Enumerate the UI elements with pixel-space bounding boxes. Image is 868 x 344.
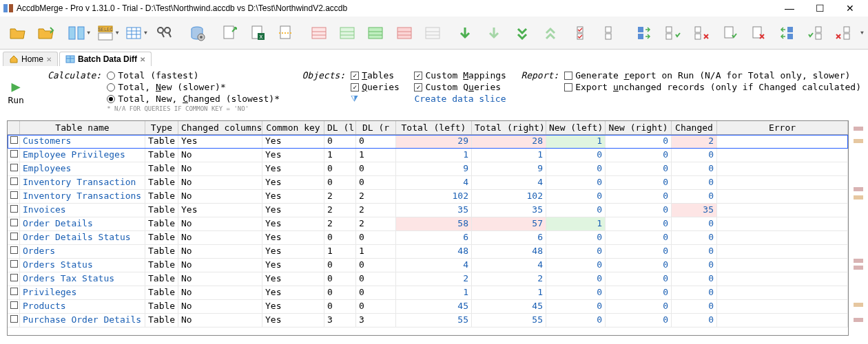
table-row[interactable]: PrivilegesTableNoYes0011000 [8, 286, 848, 300]
svg-rect-47 [695, 27, 701, 32]
table-row[interactable]: CustomersTableYesYes002928102 [8, 135, 848, 149]
table-row[interactable]: EmployeesTableNoYes0099000 [8, 162, 848, 176]
export-button[interactable] [216, 19, 242, 47]
window-title: AccdbMerge - Pro v 1.31.0 - Trial - D:\T… [17, 3, 774, 13]
minimap[interactable] [853, 124, 864, 336]
database-button[interactable] [183, 19, 210, 47]
svg-rect-30 [369, 28, 382, 39]
arrow-down-light-button[interactable] [480, 19, 507, 47]
check-tables[interactable]: Tables [351, 70, 400, 80]
row-checkbox[interactable] [8, 300, 20, 314]
tab-batch-close-icon[interactable]: ✕ [140, 56, 145, 63]
run-button[interactable]: ▶ [12, 78, 21, 95]
merge-left-check-button[interactable] [659, 19, 686, 47]
svg-rect-54 [816, 34, 821, 39]
find-button[interactable] [151, 19, 178, 47]
titlebar: AccdbMerge - Pro v 1.31.0 - Trial - D:\T… [0, 0, 868, 17]
col-changed[interactable]: Changed [672, 121, 717, 134]
highlight-pink-button[interactable] [305, 19, 332, 47]
create-data-slice-link[interactable]: Create data slice [414, 94, 506, 104]
double-arrow-up-button[interactable] [537, 19, 564, 47]
doc-check-button[interactable] [716, 19, 743, 47]
highlight-light-button[interactable] [419, 19, 446, 47]
col-new-right[interactable]: New (right) [606, 121, 672, 134]
table-row[interactable]: ProductsTableNoYes004545000 [8, 300, 848, 314]
tab-home[interactable]: Home ✕ [3, 52, 58, 66]
table-row[interactable]: Employee PrivilegesTableNoYes1111000 [8, 149, 848, 162]
col-table-name[interactable]: Table name [20, 121, 145, 134]
check-queries[interactable]: Queries [351, 82, 400, 92]
export-excel-button[interactable]: X [244, 19, 271, 47]
merge-right-all-button[interactable] [773, 19, 800, 47]
row-checkbox[interactable] [8, 204, 20, 217]
row-checkbox[interactable] [8, 245, 20, 259]
table-row[interactable]: Inventory TransactionTableNoYes0044000 [8, 176, 848, 190]
check-custom-queries[interactable]: Custom Queries [414, 82, 506, 92]
merge-left-all-button[interactable] [630, 19, 657, 47]
tab-home-close-icon[interactable]: ✕ [46, 56, 52, 63]
table-row[interactable]: Orders Tax StatusTableNoYes0022000 [8, 272, 848, 286]
col-checkbox[interactable] [8, 121, 20, 134]
col-total-left[interactable]: Total (left) [396, 121, 472, 134]
query-button[interactable]: SELEC▼ [94, 19, 121, 47]
row-checkbox[interactable] [8, 314, 20, 327]
row-checkbox[interactable] [8, 272, 20, 286]
radio-total-new-changed[interactable]: Total, New, Changed (slowest)* [107, 94, 280, 104]
table-row[interactable]: Orders StatusTableNoYes0044000 [8, 259, 848, 272]
merge-left-remove-button[interactable] [688, 19, 714, 47]
compare-button[interactable]: ▼ [65, 19, 92, 47]
row-checkbox[interactable] [8, 231, 20, 245]
col-total-right[interactable]: Total (right) [472, 121, 546, 134]
table-row[interactable]: Order Details StatusTableNoYes0066000 [8, 231, 848, 245]
row-checkbox[interactable] [8, 135, 20, 149]
radio-total-new[interactable]: Total, New (slower)* [107, 82, 280, 92]
open-left-button[interactable] [4, 19, 31, 47]
col-dl-right[interactable]: DL (r [356, 121, 396, 134]
check-generate-report[interactable]: Generate report on Run (N/A for Total on… [564, 70, 861, 80]
table-row[interactable]: Inventory TransactionsTableNoYes22102102… [8, 190, 848, 204]
highlight-green2-button[interactable] [362, 19, 389, 47]
tab-batch-data-diff[interactable]: Batch Data Diff ✕ [59, 52, 152, 66]
row-checkbox[interactable] [8, 259, 20, 272]
svg-line-14 [162, 33, 164, 37]
row-checkbox[interactable] [8, 176, 20, 190]
doc-remove-button[interactable] [745, 19, 772, 47]
row-checkbox[interactable] [8, 149, 20, 162]
check-custom-mappings[interactable]: Custom Mappings [414, 70, 506, 80]
check-all-button[interactable] [570, 19, 597, 47]
col-changed-columns[interactable]: Changed columns [178, 121, 262, 134]
col-common-key[interactable]: Common key [262, 121, 324, 134]
arrow-down-green-button[interactable] [452, 19, 479, 47]
table-row[interactable]: OrdersTableNoYes114848000 [8, 245, 848, 259]
open-right-button[interactable] [32, 19, 59, 47]
maximize-button[interactable]: ☐ [805, 0, 835, 17]
toolbar-overflow-icon[interactable]: ▼ [860, 30, 864, 36]
check-export-unchanged[interactable]: Export unchanged records (only if Change… [564, 82, 861, 92]
radio-total[interactable]: Total (fastest) [107, 70, 280, 80]
slice-button[interactable] [273, 19, 300, 47]
row-checkbox[interactable] [8, 286, 20, 300]
table-row[interactable]: InvoicesTableYesYes2235350035 [8, 204, 848, 217]
svg-point-12 [158, 28, 163, 33]
merge-right-remove-button[interactable] [830, 19, 857, 47]
filter-icon[interactable]: ⧩ [351, 94, 400, 105]
table-row[interactable]: Purchase Order DetailsTableNoYes33555500… [8, 314, 848, 327]
highlight-pink2-button[interactable] [391, 19, 417, 47]
minimize-button[interactable]: — [774, 0, 805, 17]
highlight-green-button[interactable] [333, 19, 360, 47]
merge-right-check-button[interactable] [801, 19, 828, 47]
double-arrow-down-button[interactable] [508, 19, 535, 47]
table-row[interactable]: Order DetailsTableNoYes225857100 [8, 217, 848, 231]
row-checkbox[interactable] [8, 162, 20, 176]
col-new-left[interactable]: New (left) [546, 121, 606, 134]
col-error[interactable]: Error [717, 121, 848, 134]
row-checkbox[interactable] [8, 217, 20, 231]
close-button[interactable]: ✕ [835, 0, 865, 17]
col-type[interactable]: Type [145, 121, 178, 134]
uncheck-all-button[interactable] [598, 19, 625, 47]
row-checkbox[interactable] [8, 190, 20, 204]
table-button[interactable]: ▼ [122, 19, 149, 47]
main-toolbar: ▼ SELEC▼ ▼ X ▼ [0, 17, 868, 50]
svg-rect-42 [606, 34, 611, 39]
col-dl-left[interactable]: DL (l [324, 121, 356, 134]
